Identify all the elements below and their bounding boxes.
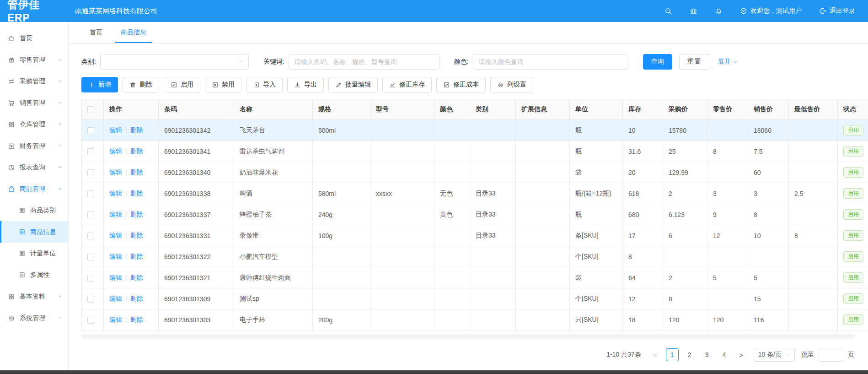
delete-link[interactable]: 删除 <box>130 190 143 197</box>
row-checkbox[interactable] <box>87 127 94 134</box>
edit-link[interactable]: 编辑 <box>109 147 122 155</box>
bank-icon[interactable] <box>690 7 697 15</box>
adjust-stock-toolbar-button[interactable]: 修正库存 <box>382 77 432 92</box>
delete-link[interactable]: 删除 <box>130 211 143 218</box>
keyword-input[interactable] <box>289 54 439 70</box>
cell-barcode: 6901236301342 <box>159 120 234 141</box>
delete-link[interactable]: 删除 <box>130 232 143 239</box>
bell-icon[interactable] <box>715 7 723 15</box>
column-header: 销售价 <box>748 99 789 120</box>
sidebar-item-sales[interactable]: 销售管理 <box>0 92 68 114</box>
page-number-2[interactable]: 2 <box>683 348 696 361</box>
delete-link[interactable]: 删除 <box>130 253 143 260</box>
delete-link[interactable]: 删除 <box>130 147 143 155</box>
sidebar-subitem-product-info[interactable]: 商品信息 <box>0 221 68 243</box>
row-checkbox[interactable] <box>87 254 94 260</box>
x-square-icon <box>212 81 219 88</box>
delete-link[interactable]: 删除 <box>130 126 143 134</box>
category-select[interactable] <box>100 54 249 70</box>
row-checkbox[interactable] <box>87 190 94 197</box>
page-number-4[interactable]: 4 <box>718 348 731 361</box>
edit-link[interactable]: 编辑 <box>109 274 122 281</box>
tab-product-info[interactable]: 商品信息 <box>112 22 155 43</box>
logout-button[interactable]: 退出登录 <box>819 7 855 15</box>
sidebar-subitem-measure-unit[interactable]: 计量单位 <box>0 243 68 264</box>
import-toolbar-button[interactable]: 导入 <box>246 77 283 92</box>
home-icon <box>8 35 15 42</box>
edit-link[interactable]: 编辑 <box>109 316 122 323</box>
cell-model <box>370 120 434 141</box>
cell-spec <box>313 288 370 309</box>
sidebar-item-purchase[interactable]: 采购管理 <box>0 70 68 92</box>
edit-link[interactable]: 编辑 <box>109 253 122 260</box>
sidebar-item-retail[interactable]: 零售管理 <box>0 49 68 70</box>
cell-category <box>470 288 516 309</box>
page-size-select[interactable]: 10 条/页 <box>754 348 795 362</box>
delete-link[interactable]: 删除 <box>130 316 143 323</box>
cell-ext_info <box>516 225 570 246</box>
row-checkbox[interactable] <box>87 148 94 155</box>
sidebar-subitem-label: 商品类别 <box>30 206 56 215</box>
x-square-toolbar-button[interactable]: 禁用 <box>205 77 241 92</box>
row-checkbox[interactable] <box>87 233 94 239</box>
sidebar-item-basic[interactable]: 基本资料 <box>0 286 68 307</box>
cell-color <box>434 225 470 246</box>
search-icon[interactable] <box>664 7 672 15</box>
delete-link[interactable]: 删除 <box>130 295 143 302</box>
sidebar-item-report[interactable]: 报表查询 <box>0 157 68 178</box>
gear-toolbar-button[interactable]: 列设置 <box>490 77 533 92</box>
edit-link[interactable]: 编辑 <box>109 190 122 197</box>
reset-button[interactable]: 重置 <box>679 54 710 70</box>
horizontal-scrollbar[interactable] <box>81 334 855 339</box>
cell-category <box>470 162 516 183</box>
edit-link[interactable]: 编辑 <box>109 232 122 239</box>
plus-toolbar-button[interactable]: 新增 <box>81 77 118 92</box>
jump-page-input[interactable] <box>819 348 843 362</box>
trash-toolbar-button[interactable]: 删除 <box>123 77 159 92</box>
edit-link[interactable]: 编辑 <box>109 126 122 134</box>
doc-icon <box>19 271 26 278</box>
export-toolbar-button[interactable]: 导出 <box>287 77 324 92</box>
row-checkbox[interactable] <box>87 211 94 218</box>
edit-link[interactable]: 编辑 <box>109 295 122 302</box>
cell-category: 目录33 <box>470 204 516 225</box>
row-checkbox[interactable] <box>87 169 94 176</box>
cell-stock: 64 <box>623 267 663 288</box>
sidebar-subitem-multi-attribute[interactable]: 多属性 <box>0 264 68 286</box>
system-icon <box>8 314 15 322</box>
adjust-cost-toolbar-button[interactable]: 修正成本 <box>436 77 486 92</box>
basic-icon <box>8 293 15 300</box>
expand-link[interactable]: 展开 <box>718 58 738 66</box>
sidebar-subitem-product-category[interactable]: 商品类别 <box>0 200 68 221</box>
check-square-toolbar-button[interactable]: 启用 <box>164 77 200 92</box>
edit-link[interactable]: 编辑 <box>109 168 122 176</box>
row-checkbox[interactable] <box>87 317 94 324</box>
chevron-down-icon <box>238 59 244 65</box>
edit-toolbar-button[interactable]: 批量编辑 <box>328 77 378 92</box>
link-separator: | <box>125 232 127 239</box>
search-button[interactable]: 查询 <box>643 54 672 70</box>
topbar-actions: 欢迎您，测试用户 退出登录 <box>664 7 868 15</box>
delete-link[interactable]: 删除 <box>130 168 143 176</box>
sidebar-item-product[interactable]: 商品管理 <box>0 178 68 200</box>
sidebar-item-system[interactable]: 系统管理 <box>0 307 68 329</box>
sidebar-item-home[interactable]: 首页 <box>0 27 68 49</box>
actions-cell: 编辑|删除 <box>104 162 159 183</box>
page-number-3[interactable]: 3 <box>701 348 713 361</box>
select-all-checkbox[interactable] <box>87 106 94 113</box>
pagination-total: 1-10 共37条 <box>606 351 641 359</box>
sidebar-item-finance[interactable]: 财务管理 <box>0 135 68 157</box>
sidebar-item-warehouse[interactable]: 仓库管理 <box>0 114 68 135</box>
edit-link[interactable]: 编辑 <box>109 211 122 218</box>
row-checkbox[interactable] <box>87 296 94 303</box>
color-input[interactable] <box>473 54 628 70</box>
tab-home[interactable]: 首页 <box>80 22 112 43</box>
prev-page-button[interactable]: < <box>649 351 661 359</box>
user-menu[interactable]: 欢迎您，测试用户 <box>740 7 802 15</box>
row-checkbox[interactable] <box>87 275 94 282</box>
cell-model <box>370 288 434 309</box>
page-number-1[interactable]: 1 <box>666 348 679 361</box>
delete-link[interactable]: 删除 <box>130 274 143 281</box>
next-page-button[interactable]: > <box>735 351 747 359</box>
sidebar-item-label: 首页 <box>20 34 63 43</box>
